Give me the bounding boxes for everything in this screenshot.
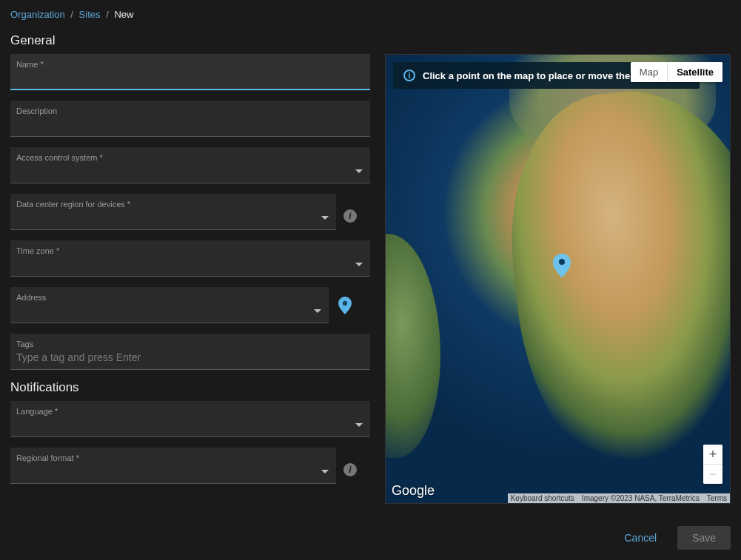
map-type-satellite-button[interactable]: Satellite [668, 62, 722, 82]
svg-point-1 [559, 259, 565, 265]
section-general-heading: General [10, 33, 731, 48]
location-pin-icon[interactable] [336, 295, 354, 319]
chevron-down-icon [355, 423, 363, 427]
info-icon[interactable]: i [343, 209, 357, 223]
zoom-out-button[interactable]: − [703, 465, 722, 484]
map-type-map-button[interactable]: Map [631, 62, 667, 82]
address-field[interactable]: Address [10, 287, 329, 323]
regional-format-field[interactable]: Regional format * [10, 448, 336, 484]
map-location-pin[interactable] [551, 252, 573, 282]
tags-label: Tags [16, 340, 364, 348]
zoom-in-button[interactable]: + [703, 445, 722, 464]
description-input[interactable] [16, 118, 364, 130]
data-center-region-field[interactable]: Data center region for devices * [10, 194, 336, 230]
time-zone-label: Time zone * [16, 246, 364, 255]
name-label: Name * [16, 60, 364, 69]
breadcrumb-sites[interactable]: Sites [79, 9, 101, 20]
terms-link[interactable]: Terms [707, 494, 727, 502]
chevron-down-icon [355, 263, 363, 266]
description-label: Description [16, 107, 364, 115]
time-zone-field[interactable]: Time zone * [10, 240, 370, 277]
breadcrumb-separator: / [103, 9, 112, 20]
info-icon[interactable]: i [343, 463, 357, 476]
map-type-toggle: Map Satellite [631, 62, 722, 82]
address-label: Address [16, 293, 323, 302]
name-field[interactable]: Name * [10, 54, 370, 90]
breadcrumb-separator: / [67, 9, 76, 20]
tags-field[interactable]: Tags [10, 334, 370, 370]
info-icon: i [403, 70, 415, 81]
language-field[interactable]: Language * [10, 401, 370, 437]
map-terrain [496, 78, 731, 504]
breadcrumb-organization[interactable]: Organization [10, 9, 65, 20]
access-control-system-field[interactable]: Access control system * [10, 147, 370, 183]
map-attribution: Keyboard shortcuts Imagery ©2023 NASA, T… [508, 493, 730, 503]
description-field[interactable]: Description [10, 101, 370, 137]
chevron-down-icon [314, 309, 321, 313]
footer-actions: Cancel Save [614, 526, 731, 550]
svg-point-0 [343, 301, 347, 306]
language-label: Language * [16, 407, 364, 416]
section-notifications-heading: Notifications [10, 380, 370, 395]
chevron-down-icon [355, 169, 363, 173]
keyboard-shortcuts-link[interactable]: Keyboard shortcuts [511, 494, 574, 502]
breadcrumb: Organization / Sites / New [10, 6, 731, 26]
chevron-down-icon [321, 470, 329, 473]
breadcrumb-current: New [114, 9, 133, 20]
zoom-control: + − [703, 445, 722, 484]
cancel-button[interactable]: Cancel [614, 526, 667, 550]
chevron-down-icon [321, 216, 329, 220]
tags-input[interactable] [16, 351, 364, 363]
data-center-region-label: Data center region for devices * [16, 200, 330, 209]
map[interactable]: i Click a point on the map to place or m… [385, 54, 731, 504]
save-button[interactable]: Save [677, 526, 731, 550]
map-terrain [385, 234, 440, 458]
imagery-attribution: Imagery ©2023 NASA, TerraMetrics [582, 494, 700, 502]
regional-format-label: Regional format * [16, 453, 330, 462]
access-control-system-label: Access control system * [16, 153, 364, 162]
name-input[interactable] [16, 72, 364, 84]
google-logo: Google [392, 483, 435, 499]
